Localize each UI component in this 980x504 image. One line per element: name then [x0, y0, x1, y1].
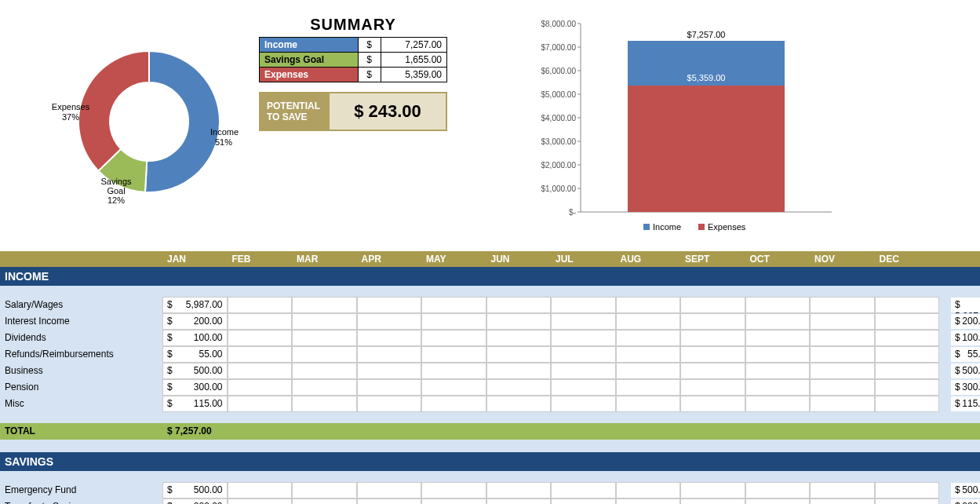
cell[interactable]	[357, 330, 422, 346]
cell[interactable]	[292, 346, 357, 363]
cell[interactable]	[745, 482, 811, 499]
cell[interactable]: $500.00	[162, 482, 228, 499]
cell[interactable]	[875, 297, 940, 313]
cell[interactable]	[745, 363, 811, 379]
cell[interactable]	[551, 363, 616, 379]
cell[interactable]	[292, 379, 357, 396]
cell[interactable]	[680, 363, 745, 379]
cell[interactable]	[486, 396, 552, 412]
cell[interactable]	[357, 346, 422, 363]
cell[interactable]	[680, 297, 745, 313]
cell[interactable]	[745, 346, 811, 363]
cell[interactable]	[421, 330, 486, 346]
cell[interactable]	[228, 499, 293, 504]
cell[interactable]	[421, 363, 486, 379]
cell[interactable]	[486, 379, 552, 396]
cell[interactable]	[551, 379, 616, 396]
cell[interactable]	[616, 499, 681, 504]
cell[interactable]	[486, 346, 552, 363]
cell[interactable]	[875, 313, 940, 330]
cell[interactable]	[292, 313, 357, 330]
cell[interactable]	[810, 346, 875, 363]
cell[interactable]	[745, 499, 811, 504]
cell[interactable]	[680, 379, 745, 396]
cell[interactable]	[486, 499, 552, 504]
cell[interactable]	[228, 396, 293, 412]
cell[interactable]	[616, 297, 681, 313]
cell[interactable]	[810, 396, 875, 412]
cell[interactable]	[228, 297, 293, 313]
cell[interactable]	[616, 482, 681, 499]
cell[interactable]	[486, 482, 552, 499]
cell[interactable]	[228, 346, 293, 363]
cell[interactable]	[551, 482, 616, 499]
cell[interactable]	[810, 330, 875, 346]
cell[interactable]	[680, 346, 745, 363]
cell[interactable]	[292, 330, 357, 346]
cell[interactable]	[421, 499, 486, 504]
cell[interactable]	[616, 330, 681, 346]
cell[interactable]	[810, 313, 875, 330]
cell[interactable]	[810, 363, 875, 379]
cell[interactable]	[357, 379, 422, 396]
cell[interactable]: $100.00	[162, 330, 228, 346]
cell[interactable]	[421, 482, 486, 499]
cell[interactable]	[616, 396, 681, 412]
cell[interactable]	[616, 363, 681, 379]
cell[interactable]	[875, 330, 940, 346]
cell[interactable]	[228, 482, 293, 499]
cell[interactable]	[421, 379, 486, 396]
cell[interactable]	[292, 482, 357, 499]
cell[interactable]	[292, 499, 357, 504]
cell[interactable]	[810, 297, 875, 313]
cell[interactable]	[357, 297, 422, 313]
cell[interactable]	[875, 363, 940, 379]
cell[interactable]	[421, 396, 486, 412]
cell[interactable]	[875, 379, 940, 396]
cell[interactable]	[486, 330, 552, 346]
cell[interactable]	[680, 499, 745, 504]
cell[interactable]	[292, 297, 357, 313]
cell[interactable]	[680, 396, 745, 412]
cell[interactable]	[875, 482, 940, 499]
cell[interactable]	[810, 499, 875, 504]
cell[interactable]	[551, 313, 616, 330]
cell[interactable]	[875, 396, 940, 412]
cell[interactable]: $115.00	[162, 396, 228, 412]
cell[interactable]	[292, 363, 357, 379]
cell[interactable]	[810, 482, 875, 499]
cell[interactable]	[810, 379, 875, 396]
cell[interactable]	[421, 313, 486, 330]
cell[interactable]	[486, 363, 552, 379]
cell[interactable]	[551, 499, 616, 504]
cell[interactable]	[616, 379, 681, 396]
cell[interactable]	[680, 313, 745, 330]
cell[interactable]	[421, 297, 486, 313]
cell[interactable]	[745, 330, 811, 346]
cell[interactable]: $200.00	[162, 499, 228, 504]
cell[interactable]	[616, 346, 681, 363]
cell[interactable]	[357, 313, 422, 330]
cell[interactable]	[357, 499, 422, 504]
cell[interactable]	[292, 396, 357, 412]
cell[interactable]: $55.00	[162, 346, 228, 363]
cell[interactable]	[551, 346, 616, 363]
cell[interactable]	[228, 379, 293, 396]
cell[interactable]	[228, 313, 293, 330]
cell[interactable]	[875, 499, 940, 504]
cell[interactable]	[228, 363, 293, 379]
cell[interactable]	[875, 346, 940, 363]
cell[interactable]: $500.00	[162, 363, 228, 379]
cell[interactable]	[551, 330, 616, 346]
cell[interactable]	[357, 396, 422, 412]
cell[interactable]: $300.00	[162, 379, 228, 396]
cell[interactable]	[745, 297, 811, 313]
cell[interactable]	[680, 330, 745, 346]
cell[interactable]	[551, 396, 616, 412]
cell[interactable]	[616, 313, 681, 330]
cell[interactable]	[680, 482, 745, 499]
cell[interactable]	[551, 297, 616, 313]
cell[interactable]: $200.00	[162, 313, 228, 330]
cell[interactable]	[228, 330, 293, 346]
cell[interactable]	[745, 379, 811, 396]
